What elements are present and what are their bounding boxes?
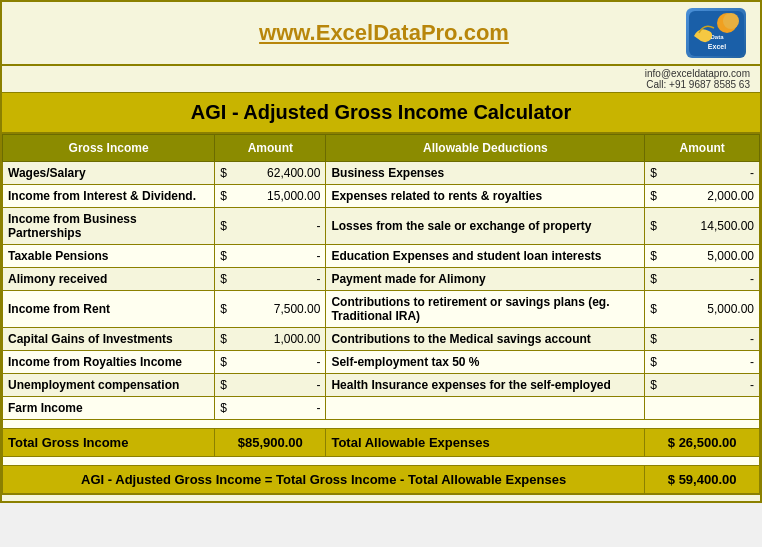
footer bbox=[2, 494, 760, 501]
total-gross-label: Total Gross Income bbox=[3, 429, 215, 457]
table-row: Income from Interest & Dividend.$15,000.… bbox=[3, 185, 760, 208]
deduction-cell: Losses from the sale or exchange of prop… bbox=[326, 208, 645, 245]
header: www.ExcelDataPro.com Excel Data bbox=[2, 2, 760, 66]
gross-amount-cell: $- bbox=[215, 397, 326, 420]
table-row: Alimony received$-Payment made for Alimo… bbox=[3, 268, 760, 291]
empty-row bbox=[3, 420, 760, 429]
gross-amount-cell: $- bbox=[215, 268, 326, 291]
gross-income-cell: Taxable Pensions bbox=[3, 245, 215, 268]
deduction-amount-cell bbox=[645, 397, 760, 420]
main-container: www.ExcelDataPro.com Excel Data info@exc… bbox=[0, 0, 762, 503]
total-row: Total Gross Income $85,900.00 Total Allo… bbox=[3, 429, 760, 457]
col-gross-header: Gross Income bbox=[3, 135, 215, 162]
gross-amount-cell: $15,000.00 bbox=[215, 185, 326, 208]
deduction-cell: Business Expenses bbox=[326, 162, 645, 185]
info-call: Call: +91 9687 8585 63 bbox=[646, 79, 750, 90]
agi-value: $ 59,400.00 bbox=[645, 466, 760, 494]
header-title: www.ExcelDataPro.com bbox=[82, 20, 686, 46]
table-row: Farm Income$- bbox=[3, 397, 760, 420]
table-row: Taxable Pensions$-Education Expenses and… bbox=[3, 245, 760, 268]
info-email: info@exceldatapro.com bbox=[645, 68, 750, 79]
deduction-cell bbox=[326, 397, 645, 420]
deduction-cell: Self-employment tax 50 % bbox=[326, 351, 645, 374]
gross-amount-cell: $- bbox=[215, 351, 326, 374]
table-row: Wages/Salary$62,400.00Business Expenses$… bbox=[3, 162, 760, 185]
empty-row-2 bbox=[3, 457, 760, 466]
svg-text:Data: Data bbox=[710, 34, 724, 40]
deduction-amount-cell: $- bbox=[645, 374, 760, 397]
gross-amount-cell: $- bbox=[215, 374, 326, 397]
deduction-amount-cell: $- bbox=[645, 328, 760, 351]
table-row: Income from Business Partnerships$-Losse… bbox=[3, 208, 760, 245]
gross-income-cell: Alimony received bbox=[3, 268, 215, 291]
svg-point-2 bbox=[723, 13, 739, 29]
total-ded-value: $ 26,500.00 bbox=[645, 429, 760, 457]
total-gross-value: $85,900.00 bbox=[215, 429, 326, 457]
gross-income-cell: Wages/Salary bbox=[3, 162, 215, 185]
agi-label: AGI - Adjusted Gross Income = Total Gros… bbox=[3, 466, 645, 494]
deduction-cell: Contributions to retirement or savings p… bbox=[326, 291, 645, 328]
gross-income-cell: Income from Interest & Dividend. bbox=[3, 185, 215, 208]
gross-amount-cell: $1,000.00 bbox=[215, 328, 326, 351]
gross-income-cell: Income from Business Partnerships bbox=[3, 208, 215, 245]
deduction-amount-cell: $14,500.00 bbox=[645, 208, 760, 245]
deduction-cell: Health Insurance expenses for the self-e… bbox=[326, 374, 645, 397]
main-table: Gross Income Amount Allowable Deductions… bbox=[2, 134, 760, 494]
deduction-cell: Education Expenses and student loan inte… bbox=[326, 245, 645, 268]
gross-income-cell: Capital Gains of Investments bbox=[3, 328, 215, 351]
table-row: Income from Royalties Income$-Self-emplo… bbox=[3, 351, 760, 374]
svg-text:Excel: Excel bbox=[707, 43, 725, 50]
gross-income-cell: Farm Income bbox=[3, 397, 215, 420]
deduction-amount-cell: $5,000.00 bbox=[645, 291, 760, 328]
col-deductions-header: Allowable Deductions bbox=[326, 135, 645, 162]
table-row: Capital Gains of Investments$1,000.00Con… bbox=[3, 328, 760, 351]
gross-income-cell: Income from Royalties Income bbox=[3, 351, 215, 374]
logo: Excel Data bbox=[686, 8, 746, 58]
deduction-amount-cell: $- bbox=[645, 351, 760, 374]
gross-income-cell: Unemployment compensation bbox=[3, 374, 215, 397]
gross-amount-cell: $- bbox=[215, 208, 326, 245]
gross-amount-cell: $- bbox=[215, 245, 326, 268]
deduction-cell: Payment made for Alimony bbox=[326, 268, 645, 291]
deduction-cell: Contributions to the Medical savings acc… bbox=[326, 328, 645, 351]
agi-row: AGI - Adjusted Gross Income = Total Gros… bbox=[3, 466, 760, 494]
deduction-amount-cell: $- bbox=[645, 268, 760, 291]
deduction-amount-cell: $- bbox=[645, 162, 760, 185]
page-title: AGI - Adjusted Gross Income Calculator bbox=[2, 93, 760, 134]
deduction-amount-cell: $2,000.00 bbox=[645, 185, 760, 208]
gross-amount-cell: $62,400.00 bbox=[215, 162, 326, 185]
gross-income-cell: Income from Rent bbox=[3, 291, 215, 328]
col-amount1-header: Amount bbox=[215, 135, 326, 162]
table-row: Unemployment compensation$-Health Insura… bbox=[3, 374, 760, 397]
total-ded-label: Total Allowable Expenses bbox=[326, 429, 645, 457]
deduction-cell: Expenses related to rents & royalties bbox=[326, 185, 645, 208]
col-amount2-header: Amount bbox=[645, 135, 760, 162]
info-bar: info@exceldatapro.com Call: +91 9687 858… bbox=[2, 66, 760, 93]
deduction-amount-cell: $5,000.00 bbox=[645, 245, 760, 268]
table-row: Income from Rent$7,500.00Contributions t… bbox=[3, 291, 760, 328]
website-link[interactable]: www.ExcelDataPro.com bbox=[259, 20, 509, 45]
gross-amount-cell: $7,500.00 bbox=[215, 291, 326, 328]
